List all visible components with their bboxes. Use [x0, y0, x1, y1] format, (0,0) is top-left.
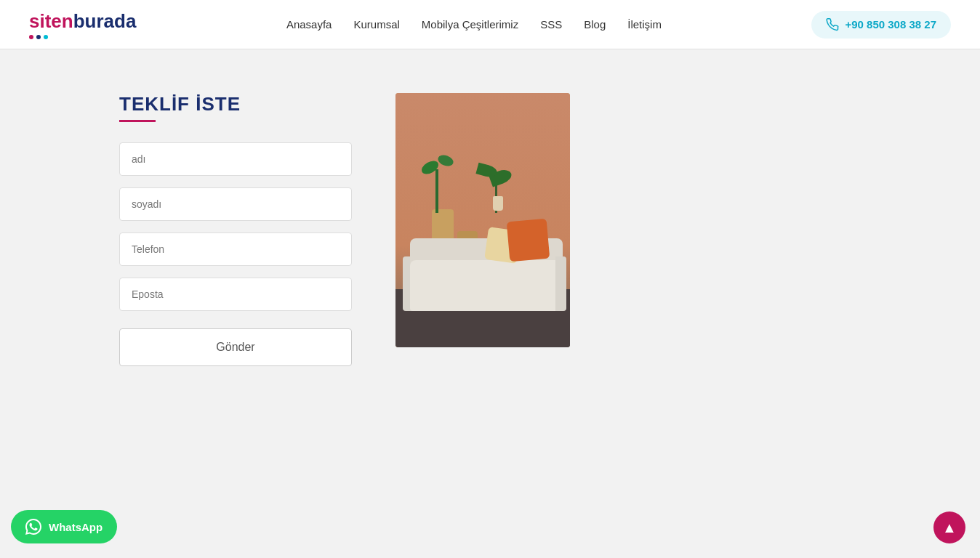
nav-kurumsal[interactable]: Kurumsal [353, 18, 399, 31]
whatsapp-label: WhatsApp [49, 521, 103, 533]
logo-siten: siten [29, 10, 73, 33]
email-input[interactable] [119, 278, 352, 311]
sofa-arm-right [555, 256, 566, 311]
furniture-image [395, 93, 570, 347]
nav-anasayfa[interactable]: Anasayfa [286, 18, 332, 31]
teklif-form: Gönder [119, 142, 352, 366]
header: sitenburada Anasayfa Kurumsal Mobilya Çe… [0, 0, 980, 49]
logo-dot-cyan [44, 35, 48, 39]
nav-mobilya[interactable]: Mobilya Çeşitlerimiz [422, 18, 518, 31]
sofa-scene [395, 93, 570, 347]
sofa-body [410, 260, 563, 311]
submit-button[interactable]: Gönder [119, 328, 352, 366]
main-content: TEKLİF İSTE Gönder [90, 93, 890, 366]
logo-burada: burada [73, 10, 137, 33]
phone-number: +90 850 308 38 27 [845, 18, 936, 31]
scroll-top-button[interactable]: ▲ [933, 512, 965, 543]
logo-dot-blue [36, 35, 41, 39]
pillow-orange [507, 219, 550, 262]
plant-stem-tall [435, 169, 438, 213]
vase [493, 196, 503, 211]
phone-button[interactable]: +90 850 308 38 27 [811, 11, 951, 39]
logo[interactable]: sitenburada [29, 10, 136, 39]
phone-input[interactable] [119, 232, 352, 266]
name-group [119, 142, 352, 176]
nav-iletisim[interactable]: İletişim [627, 18, 662, 31]
whatsapp-icon [25, 519, 41, 535]
phone-icon [826, 18, 839, 31]
form-title-underline [119, 120, 156, 122]
name-input[interactable] [119, 142, 352, 176]
logo-dot-pink [29, 35, 33, 39]
phone-group [119, 232, 352, 266]
image-section [395, 93, 570, 347]
form-title: TEKLİF İSTE [119, 93, 352, 116]
scroll-top-icon: ▲ [942, 519, 957, 536]
nav-blog[interactable]: Blog [584, 18, 606, 31]
email-group [119, 278, 352, 311]
nav-sss[interactable]: SSS [540, 18, 562, 31]
main-nav: Anasayfa Kurumsal Mobilya Çeşitlerimiz S… [286, 18, 662, 31]
surname-input[interactable] [119, 187, 352, 221]
form-section: TEKLİF İSTE Gönder [119, 93, 352, 366]
whatsapp-button[interactable]: WhatsApp [11, 510, 117, 543]
surname-group [119, 187, 352, 221]
